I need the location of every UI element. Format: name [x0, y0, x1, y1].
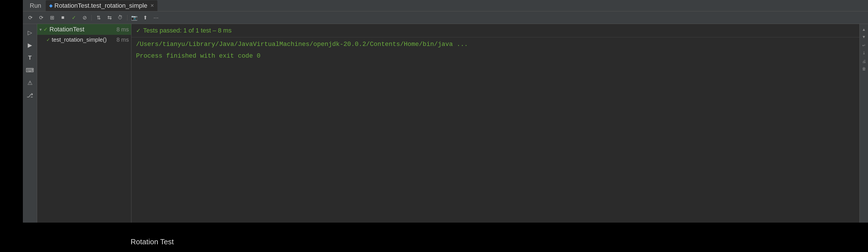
toolbar: ⟳ ⟳ ⊞ ■ ✓ ⊘ ⇅ ⇆ ⏱ 📷 ⬆	[23, 11, 868, 24]
warning-icon: ⚠	[27, 79, 33, 86]
sort-desc-icon: ⇆	[107, 14, 112, 21]
scroll-down-button[interactable]: ▼	[861, 34, 867, 40]
separator-1	[91, 15, 92, 21]
trash-button[interactable]: 🗑	[861, 66, 867, 72]
type-icon: T	[28, 55, 31, 61]
play-icon: ▶	[28, 42, 32, 48]
git-button[interactable]: ⎇	[25, 90, 35, 101]
warning-button[interactable]: ⚠	[25, 78, 35, 88]
scroll-end-button[interactable]: ⤓	[861, 50, 867, 56]
terminal-icon: ⌨	[26, 67, 34, 74]
main-content: ▷ ▶ T ⌨ ⚠ ⎇ ▾ ✓	[23, 24, 868, 223]
tab-bar: Run ◆ RotationTest.test_rotation_simple …	[23, 0, 868, 11]
group-check-icon: ✓	[43, 26, 48, 33]
git-icon: ⎇	[27, 92, 33, 99]
test-list: ▾ ✓ RotationTest 8 ms ✓ test_rotation_si…	[37, 24, 131, 223]
rerun-icon: ⟳	[28, 14, 33, 21]
clock-button[interactable]: ⏱	[115, 13, 125, 22]
tab-rotation-test[interactable]: ◆ RotationTest.test_rotation_simple ✕	[46, 0, 157, 11]
group-button[interactable]: ⊞	[47, 13, 57, 22]
play-circle-button[interactable]: ▷	[25, 27, 35, 38]
terminal-button[interactable]: ⌨	[25, 65, 35, 75]
output-path: /Users/tianyu/Library/Java/JavaVirtualMa…	[136, 41, 855, 48]
more-button[interactable]: ⋯	[151, 13, 161, 22]
separator-2	[127, 15, 127, 21]
method-check-icon: ✓	[46, 37, 50, 42]
skip-button[interactable]: ⊘	[80, 13, 90, 22]
scroll-wrap-button[interactable]: ↵	[861, 42, 867, 48]
rerun2-icon: ⟳	[39, 14, 43, 21]
scroll-wrap-icon: ↵	[862, 43, 866, 48]
output-header: ✓ Tests passed: 1 of 1 test – 8 ms	[131, 24, 860, 37]
output-exit: Process finished with exit code 0	[136, 52, 855, 60]
clock-icon: ⏱	[118, 14, 123, 21]
side-icons: ▷ ▶ T ⌨ ⚠ ⎇	[23, 24, 37, 223]
export-button[interactable]: ⬆	[140, 13, 150, 22]
output-header-text: Tests passed: 1 of 1 test – 8 ms	[143, 27, 231, 34]
test-method-time: 8 ms	[117, 37, 129, 43]
more-icon: ⋯	[153, 14, 159, 21]
test-method-name: test_rotation_simple()	[52, 37, 106, 43]
sort-desc-button[interactable]: ⇆	[104, 13, 115, 22]
scroll-down-icon: ▼	[862, 35, 866, 39]
rerun-button[interactable]: ⟳	[25, 13, 35, 22]
check-icon: ✓	[72, 14, 76, 21]
camera-button[interactable]: 📷	[129, 13, 140, 22]
test-group-name: RotationTest	[50, 26, 84, 33]
test-method-simple[interactable]: ✓ test_rotation_simple() 8 ms	[37, 35, 131, 45]
test-panel: ▾ ✓ RotationTest 8 ms ✓ test_rotation_si…	[37, 24, 131, 223]
tab-run-label: Run	[30, 2, 41, 9]
stop-icon: ■	[61, 14, 65, 21]
scroll-up-icon: ▲	[862, 27, 866, 32]
test-group-rotation[interactable]: ▾ ✓ RotationTest 8 ms	[37, 24, 131, 35]
camera-icon: 📷	[131, 14, 137, 21]
tab-run[interactable]: Run	[25, 0, 46, 11]
export-icon: ⬆	[143, 14, 148, 21]
play-button[interactable]: ▶	[25, 40, 35, 50]
check-button[interactable]: ✓	[69, 13, 79, 22]
expand-icon: ▾	[39, 27, 42, 32]
tab-close-icon[interactable]: ✕	[150, 3, 154, 8]
play-circle-icon: ▷	[28, 29, 32, 36]
tab-diamond-icon: ◆	[49, 3, 53, 8]
scroll-up-button[interactable]: ▲	[861, 26, 867, 33]
test-group-time: 8 ms	[117, 26, 129, 33]
trash-icon: 🗑	[862, 67, 866, 71]
rerun2-button[interactable]: ⟳	[36, 13, 46, 22]
output-body[interactable]: /Users/tianyu/Library/Java/JavaVirtualMa…	[131, 37, 860, 223]
type-button[interactable]: T	[25, 52, 35, 63]
bottom-black: Rotation Test	[0, 223, 868, 252]
stop-button[interactable]: ■	[58, 13, 68, 22]
skip-icon: ⊘	[83, 14, 87, 21]
right-scrollbar: ▲ ▼ ↵ ⤓ 🖨 🗑	[860, 24, 868, 223]
output-panel: ✓ Tests passed: 1 of 1 test – 8 ms /User…	[131, 24, 860, 223]
print-button[interactable]: 🖨	[861, 58, 867, 65]
group-icon: ⊞	[50, 14, 54, 21]
sort-asc-button[interactable]: ⇅	[93, 13, 104, 22]
ide-window: Run ◆ RotationTest.test_rotation_simple …	[23, 0, 868, 223]
tab-rotation-label: RotationTest.test_rotation_simple	[54, 2, 147, 9]
header-check-icon: ✓	[136, 27, 141, 34]
sort-asc-icon: ⇅	[97, 14, 101, 21]
print-icon: 🖨	[862, 59, 866, 64]
scroll-end-icon: ⤓	[862, 50, 866, 55]
rotation-test-label: Rotation Test	[131, 238, 174, 246]
